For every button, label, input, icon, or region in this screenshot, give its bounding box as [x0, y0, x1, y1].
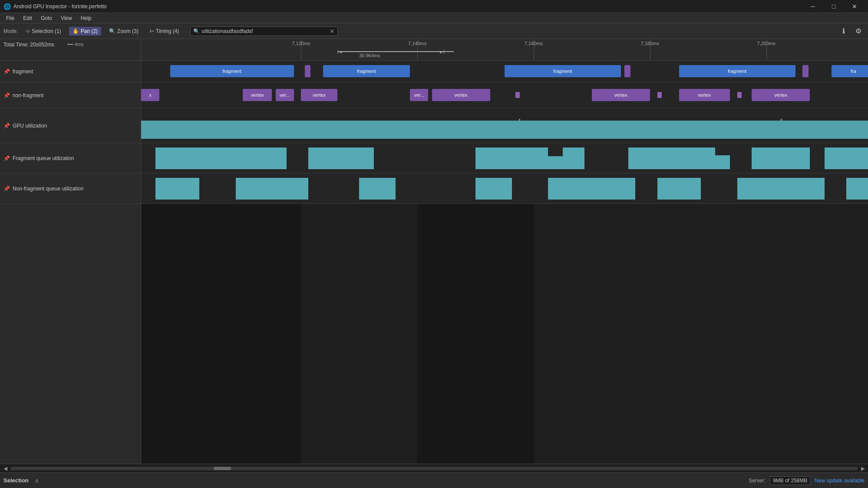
fragment-track[interactable]: fragment fragment fragment fragment fra	[141, 61, 868, 82]
selection-duration-label: 30.964ms	[359, 53, 380, 58]
pin-gpu-util-icon[interactable]: 📌	[3, 123, 10, 129]
nonfrag-seg-7[interactable]: vertex	[592, 89, 650, 101]
frag-queue-notch1	[548, 147, 562, 156]
mode-pan[interactable]: ✋ Pan (2)	[69, 27, 101, 36]
mode-zoom[interactable]: 🔍 Zoom (3)	[106, 27, 142, 36]
non-fragment-queue-track-label: Non-fragment queue utilization	[13, 186, 83, 192]
frag-queue-gap5	[810, 147, 824, 169]
mode-timing[interactable]: ⊢ Timing (4)	[146, 27, 183, 36]
frag-queue-bar1	[155, 147, 286, 169]
menu-goto[interactable]: Goto	[36, 14, 56, 22]
nonfrag-queue-gap3	[396, 178, 475, 200]
toolbar: Mode: ⊹ Selection (1) ✋ Pan (2) 🔍 Zoom (…	[0, 23, 868, 39]
nonfrag-seg-1[interactable]: x	[141, 89, 159, 101]
nonfrag-seg-marker3[interactable]	[737, 92, 742, 98]
selection-range-bar	[337, 51, 454, 52]
gpu-util-dot	[519, 119, 520, 121]
non-fragment-track[interactable]: x vertex ver... vertex ver... vertex ver…	[141, 82, 868, 108]
track-label-non-fragment-queue: 📌 Non-fragment queue utilization	[0, 174, 141, 204]
frag-queue-gap3	[584, 147, 628, 169]
fragment-seg-5[interactable]: fra	[832, 65, 868, 77]
nonfrag-seg-marker2[interactable]	[657, 92, 662, 98]
scroll-right-button[interactable]: ▶	[859, 465, 866, 472]
app-title: Android GPU Inspector - fortnite.perfett…	[13, 3, 107, 10]
time-header-label: Total Time: 20s052ms ━━ 4ms	[0, 39, 141, 61]
pan-label: Pan (2)	[81, 28, 98, 34]
titlebar-left: 🌐 Android GPU Inspector - fortnite.perfe…	[3, 3, 107, 10]
nonfrag-queue-bar1	[155, 178, 199, 200]
search-input[interactable]	[201, 28, 330, 34]
fragment-seg-marker1[interactable]	[305, 65, 310, 77]
minimize-button[interactable]: ─	[803, 0, 823, 13]
label-column: Total Time: 20s052ms ━━ 4ms 📌 fragment 📌…	[0, 39, 141, 464]
track-label-fragment-queue: 📌 Fragment queue utilization	[0, 143, 141, 174]
zoom-label: Zoom (3)	[117, 28, 139, 34]
collapse-button[interactable]: ∧	[35, 477, 39, 484]
nonfrag-seg-4[interactable]: vertex	[301, 89, 337, 101]
fragment-seg-2[interactable]: fragment	[323, 65, 410, 77]
pin-fragment-icon[interactable]: 📌	[3, 69, 10, 75]
empty-track-area	[141, 204, 868, 464]
fragment-seg-3[interactable]: fragment	[505, 65, 621, 77]
scrollbar-thumb[interactable]	[214, 467, 231, 470]
frag-queue-bar2	[308, 147, 374, 169]
info-button[interactable]: ℹ	[838, 25, 850, 37]
titlebar: 🌐 Android GPU Inspector - fortnite.perfe…	[0, 0, 868, 13]
nonfrag-seg-9[interactable]: vertex	[752, 89, 810, 101]
nonfrag-queue-bar4	[475, 178, 512, 200]
pin-non-fragment-icon[interactable]: 📌	[3, 92, 10, 98]
frag-queue-bar3b	[548, 156, 562, 169]
nonfrag-queue-bar5	[548, 178, 635, 200]
close-button[interactable]: ✕	[845, 0, 865, 13]
nonfrag-queue-gap4	[512, 178, 548, 200]
nonfrag-seg-marker1[interactable]	[515, 92, 520, 98]
frag-queue-gap2	[374, 147, 475, 169]
menu-edit[interactable]: Edit	[19, 14, 36, 22]
nonfrag-queue-gap1	[199, 178, 236, 200]
search-clear-button[interactable]: ✕	[330, 28, 335, 35]
gpu-util-bar	[141, 121, 868, 139]
scrollbar-track[interactable]	[10, 467, 858, 470]
main-area: Total Time: 20s052ms ━━ 4ms 📌 fragment 📌…	[0, 39, 868, 464]
gpu-utilization-track[interactable]	[141, 108, 868, 143]
menu-view[interactable]: View	[56, 14, 76, 22]
track-label-fragment: 📌 fragment	[0, 61, 141, 82]
nonfrag-queue-gap7	[825, 178, 846, 200]
toolbar-right: ℹ ⚙	[838, 25, 865, 37]
nonfrag-queue-bar8	[846, 178, 868, 200]
fragment-seg-marker2[interactable]	[624, 65, 630, 77]
non-fragment-track-label: non-fragment	[13, 92, 43, 98]
fragment-queue-track[interactable]	[141, 143, 868, 174]
nonfrag-seg-2[interactable]: vertex	[243, 89, 272, 101]
scroll-left-button[interactable]: ◀	[2, 465, 9, 472]
total-time-label: Total Time: 20s052ms	[3, 42, 54, 48]
nonfrag-seg-6[interactable]: vertex	[432, 89, 490, 101]
maximize-button[interactable]: □	[824, 0, 844, 13]
nonfrag-seg-3[interactable]: ver...	[276, 89, 294, 101]
fragment-seg-4[interactable]: fragment	[679, 65, 795, 77]
non-fragment-queue-track[interactable]	[141, 174, 868, 204]
nonfrag-seg-5[interactable]: ver...	[410, 89, 428, 101]
settings-button[interactable]: ⚙	[852, 25, 865, 37]
pin-frag-queue-icon[interactable]: 📌	[3, 155, 10, 161]
zoom-icon: 🔍	[109, 28, 116, 34]
menu-file[interactable]: File	[2, 14, 19, 22]
mode-selection[interactable]: ⊹ Selection (1)	[22, 27, 64, 36]
nonfrag-seg-8[interactable]: vertex	[679, 89, 730, 101]
selection-label: Selection (1)	[32, 28, 61, 34]
server-value: 9MB of 258MB	[770, 476, 810, 485]
gpu-utilization-track-label: GPU utilization	[13, 123, 47, 129]
fragment-queue-track-label: Fragment queue utilization	[13, 155, 74, 161]
fragment-seg-1[interactable]: fragment	[170, 65, 294, 77]
frag-queue-notch2	[715, 147, 729, 155]
timeline-content[interactable]: 7,120ms 7,140ms 7,160ms 7,180ms 7,200ms	[141, 39, 868, 464]
pin-non-frag-queue-icon[interactable]: 📌	[3, 186, 10, 192]
track-label-non-fragment: 📌 non-fragment	[0, 82, 141, 108]
track-label-gpu-utilization: 📌 GPU utilization	[0, 108, 141, 143]
new-update-link[interactable]: New update available	[815, 478, 865, 484]
menu-help[interactable]: Help	[76, 14, 96, 22]
fragment-seg-marker3[interactable]	[802, 65, 808, 77]
app-icon: 🌐	[3, 3, 11, 10]
frag-queue-bar4	[563, 147, 584, 169]
mode-label: Mode:	[3, 28, 18, 34]
